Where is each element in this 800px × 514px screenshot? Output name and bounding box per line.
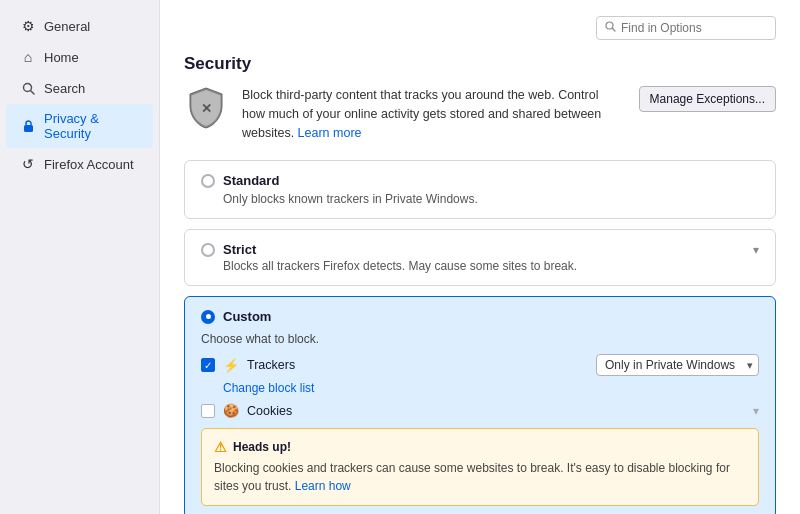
shield-icon: ✕ xyxy=(184,86,228,130)
content-blocking-description: Block third-party content that tracks yo… xyxy=(242,86,625,142)
warning-icon: ⚠ xyxy=(214,439,227,455)
find-search-icon xyxy=(605,21,616,35)
svg-point-3 xyxy=(606,22,613,29)
svg-rect-2 xyxy=(24,125,33,132)
cookies-checkbox[interactable] xyxy=(201,404,215,418)
custom-option-header: Custom xyxy=(201,309,759,324)
custom-label: Custom xyxy=(223,309,271,324)
learn-how-link[interactable]: Learn how xyxy=(295,479,351,493)
trackers-select[interactable]: Only in Private Windows Always Never xyxy=(596,354,759,376)
sidebar-item-label: Home xyxy=(44,50,79,65)
gear-icon: ⚙ xyxy=(20,18,36,34)
sidebar-item-label: Privacy & Security xyxy=(44,111,139,141)
standard-label: Standard xyxy=(223,173,279,188)
cookies-chevron-icon: ▾ xyxy=(753,404,759,418)
sidebar-item-privacy[interactable]: Privacy & Security xyxy=(6,104,153,148)
learn-more-link[interactable]: Learn more xyxy=(298,126,362,140)
sidebar-item-home[interactable]: ⌂ Home xyxy=(6,42,153,72)
strict-option-card: Strict ▾ Blocks all trackers Firefox det… xyxy=(184,229,776,286)
cookies-row: 🍪 Cookies ▾ xyxy=(201,403,759,418)
standard-radio[interactable] xyxy=(201,174,215,188)
custom-choose-text: Choose what to block. xyxy=(201,332,759,346)
sync-icon: ↺ xyxy=(20,156,36,172)
find-in-options-input[interactable] xyxy=(621,21,767,35)
custom-radio[interactable] xyxy=(201,310,215,324)
svg-line-4 xyxy=(613,29,616,32)
standard-option-card: Standard Only blocks known trackers in P… xyxy=(184,160,776,219)
svg-line-1 xyxy=(30,90,34,94)
sidebar-item-label: Firefox Account xyxy=(44,157,134,172)
main-content: Security ✕ Block third-party content tha… xyxy=(160,0,800,514)
heads-up-body: Blocking cookies and trackers can cause … xyxy=(214,459,746,495)
trackers-checkbox[interactable]: ✓ xyxy=(201,358,215,372)
heads-up-title: ⚠ Heads up! xyxy=(214,439,746,455)
sidebar-item-label: General xyxy=(44,19,90,34)
sidebar-item-search[interactable]: Search xyxy=(6,73,153,103)
strict-radio[interactable] xyxy=(201,243,215,257)
search-box[interactable] xyxy=(596,16,776,40)
sidebar-item-firefox-account[interactable]: ↺ Firefox Account xyxy=(6,149,153,179)
standard-option-header: Standard xyxy=(201,173,759,188)
home-icon: ⌂ xyxy=(20,49,36,65)
cookies-icon: 🍪 xyxy=(223,403,239,418)
trackers-row: ✓ ⚡ Trackers Only in Private Windows Alw… xyxy=(201,354,759,376)
lock-icon xyxy=(20,118,36,134)
sidebar-item-general[interactable]: ⚙ General xyxy=(6,11,153,41)
section-title: Security xyxy=(184,54,776,74)
change-block-list-link[interactable]: Change block list xyxy=(223,381,314,395)
strict-description: Blocks all trackers Firefox detects. May… xyxy=(223,259,759,273)
manage-exceptions-button[interactable]: Manage Exceptions... xyxy=(639,86,776,112)
standard-description: Only blocks known trackers in Private Wi… xyxy=(223,192,759,206)
strict-chevron-icon: ▾ xyxy=(753,243,759,257)
top-bar xyxy=(184,16,776,40)
sidebar: ⚙ General ⌂ Home Search Privacy & Securi… xyxy=(0,0,160,514)
content-blocking-header: ✕ Block third-party content that tracks … xyxy=(184,86,776,142)
trackers-select-wrap: Only in Private Windows Always Never xyxy=(596,354,759,376)
custom-body: Choose what to block. ✓ ⚡ Trackers Only … xyxy=(201,332,759,506)
trackers-label: Trackers xyxy=(247,358,588,372)
strict-label: Strict xyxy=(223,242,256,257)
strict-option-header: Strict ▾ xyxy=(201,242,759,257)
heads-up-box: ⚠ Heads up! Blocking cookies and tracker… xyxy=(201,428,759,506)
svg-text:✕: ✕ xyxy=(201,101,212,116)
cookies-label: Cookies xyxy=(247,404,745,418)
search-icon xyxy=(20,80,36,96)
custom-option-card: Custom Choose what to block. ✓ ⚡ Tracker… xyxy=(184,296,776,514)
sidebar-item-label: Search xyxy=(44,81,85,96)
trackers-icon: ⚡ xyxy=(223,358,239,373)
